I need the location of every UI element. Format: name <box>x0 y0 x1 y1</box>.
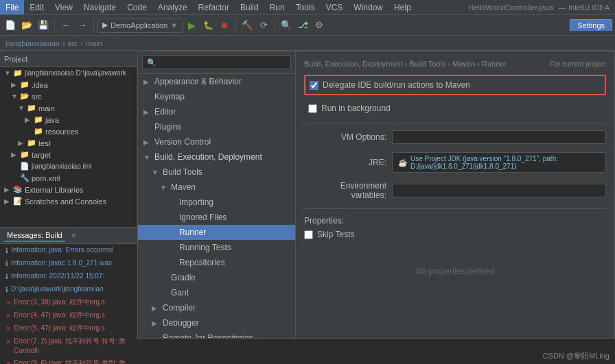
nav-gradle[interactable]: Gradle <box>138 270 295 285</box>
toolbar-git[interactable]: ⎇ <box>295 18 310 33</box>
section-divider-2 <box>304 208 606 209</box>
tree-arrow-test: ▶ <box>18 139 25 147</box>
run-config-selector[interactable]: ▶ DemoApplication ▼ <box>97 18 183 33</box>
nav-gant[interactable]: Gant <box>138 285 295 300</box>
nav-arrow-editor: ▶ <box>143 108 152 116</box>
toolbar-forward[interactable]: → <box>75 18 90 33</box>
log-entry-4: ℹ D:\java\javawork\jiangbianxiao <box>0 283 137 296</box>
env-vars-input[interactable] <box>392 184 606 197</box>
log-icon-2: ℹ <box>5 259 8 269</box>
nav-compiler[interactable]: ▶ Compiler <box>138 300 295 315</box>
tree-idea[interactable]: ▶ 📁 .idea <box>0 79 137 90</box>
tree-scratches[interactable]: ▶ 📝 Scratches and Consoles <box>0 195 137 207</box>
tree-test-label: test <box>38 139 51 147</box>
breadcrumb-src[interactable]: src <box>68 39 78 47</box>
tree-src[interactable]: ▼ 📂 src <box>0 90 137 102</box>
messages-tab[interactable]: Messages: Build <box>4 230 65 242</box>
bottom-panel-header: Messages: Build ✕ <box>0 228 137 244</box>
nav-editor[interactable]: ▶ Editor <box>138 104 295 119</box>
nav-plugins[interactable]: Plugins <box>138 119 295 134</box>
tree-idea-label: .idea <box>32 81 48 89</box>
tree-resources[interactable]: 📁 resources <box>0 125 137 137</box>
menu-navigate[interactable]: Navigate <box>78 0 121 14</box>
toolbar-debug[interactable]: 🐛 <box>200 18 216 33</box>
csdn-watermark: CSDN @黎阳MLing <box>543 351 610 361</box>
nav-maven[interactable]: ▼ Maven <box>138 180 295 195</box>
tree-ext-libs[interactable]: ▶ 📚 External Libraries <box>0 184 137 195</box>
delegate-build-checkbox-row: Delegate IDE build/run actions to Maven <box>304 75 606 95</box>
menu-help[interactable]: Help <box>388 0 417 14</box>
toolbar-settings[interactable]: ⚙ <box>312 18 327 33</box>
tree-main[interactable]: ▼ 📁 main <box>0 102 137 114</box>
toolbar-open[interactable]: 📂 <box>19 18 34 33</box>
nav-running-tests[interactable]: Running Tests <box>138 240 295 255</box>
toolbar-new[interactable]: 📄 <box>3 18 18 33</box>
tree-ext-label: External Libraries <box>25 186 84 194</box>
tree-test[interactable]: ▶ 📁 test <box>0 137 137 149</box>
nav-vcs[interactable]: ▶ Version Control <box>138 134 295 149</box>
nav-debugger[interactable]: ▶ Debugger <box>138 315 295 330</box>
toolbar-reload[interactable]: ⟳ <box>256 18 271 33</box>
log-icon-5: ✕ <box>5 298 11 308</box>
menu-build[interactable]: Build <box>235 0 264 14</box>
run-background-checkbox[interactable] <box>308 104 317 113</box>
nav-maven-label: Maven <box>171 182 196 192</box>
menu-code[interactable]: Code <box>121 0 152 14</box>
tree-ext-icon: 📚 <box>13 185 23 194</box>
toolbar-search[interactable]: 🔍 <box>279 18 294 33</box>
vm-options-input[interactable] <box>392 130 606 144</box>
menu-file[interactable]: File <box>0 0 24 14</box>
breadcrumb-main[interactable]: main <box>86 39 102 47</box>
jre-value[interactable]: ☕ Use Project JDK (java version "1.8.0_2… <box>392 152 606 173</box>
toolbar-sep3 <box>235 19 236 32</box>
tree-target[interactable]: ▶ 📁 target <box>0 149 137 160</box>
menu-window[interactable]: Window <box>348 0 388 14</box>
menu-tools[interactable]: Tools <box>290 0 321 14</box>
toolbar-save[interactable]: 💾 <box>36 18 51 33</box>
menu-refactor[interactable]: Refactor <box>193 0 235 14</box>
tree-iml-label: jiangbianxiaoiao.iml <box>32 162 91 170</box>
nav-repositories[interactable]: Repositories <box>138 255 295 270</box>
close-messages[interactable]: ✕ <box>71 232 76 239</box>
nav-runner[interactable]: Runner <box>138 225 295 240</box>
tree-iml[interactable]: 📄 jiangbianxiaoiao.iml <box>0 160 137 172</box>
log-text-7: Error:(5, 47) java: 程序中org.s <box>14 324 105 333</box>
tree-root-label: jiangbianxiaoiao D:\java\javawork <box>25 69 126 77</box>
nav-build-deploy[interactable]: ▼ Build, Execution, Deployment <box>138 149 295 165</box>
nav-arrow-appearance: ▶ <box>143 78 152 86</box>
tree-root[interactable]: ▼ 📁 jiangbianxiaoiao D:\java\javawork <box>0 67 137 79</box>
menu-run[interactable]: Run <box>264 0 290 14</box>
nav-arrow-build-tools: ▼ <box>152 169 160 176</box>
toolbar-back[interactable]: ← <box>58 18 73 33</box>
env-vars-label: Environment variables: <box>304 181 386 200</box>
nav-editor-label: Editor <box>154 107 176 117</box>
nav-ignored-files[interactable]: Ignored Files <box>138 210 295 225</box>
toolbar-run[interactable]: ▶ <box>184 18 199 33</box>
nav-remote-jar[interactable]: Remote Jar Repositories <box>138 330 295 338</box>
nav-keymap[interactable]: Keymap <box>138 89 295 104</box>
skip-tests-checkbox[interactable] <box>304 230 313 239</box>
tree-arrow-main: ▼ <box>18 104 25 112</box>
settings-search-input[interactable] <box>142 56 291 69</box>
menu-edit[interactable]: Edit <box>24 0 49 14</box>
properties-section: Properties: Skip Tests No properties def… <box>304 216 606 297</box>
settings-content: Build, Execution, Deployment › Build Too… <box>296 51 614 338</box>
breadcrumb-project[interactable]: jiangbianxiaoiao <box>5 39 60 47</box>
delegate-build-checkbox[interactable] <box>310 81 318 90</box>
menu-view[interactable]: View <box>49 0 78 14</box>
nav-importing[interactable]: Importing <box>138 195 295 210</box>
log-icon-3: ℹ <box>5 272 8 282</box>
toolbar-stop[interactable]: ⏹ <box>217 18 232 33</box>
log-entry-6: ✕ Error:(4, 47) java: 程序中org.s <box>0 309 137 322</box>
tree-java[interactable]: ▶ 📁 java <box>0 114 137 125</box>
nav-build-tools[interactable]: ▼ Build Tools <box>138 165 295 180</box>
nav-compiler-label: Compiler <box>163 303 196 313</box>
settings-tab[interactable]: Settings <box>570 19 612 31</box>
nav-appearance[interactable]: ▶ Appearance & Behavior <box>138 74 295 89</box>
jre-value-text: Use Project JDK (java version "1.8.0_271… <box>410 155 600 170</box>
menu-analyze[interactable]: Analyze <box>152 0 193 14</box>
menu-vcs[interactable]: VCS <box>321 0 349 14</box>
app-title-display: — IntelliJ IDEA <box>559 3 615 12</box>
tree-pom[interactable]: 🔧 pom.xml <box>0 172 137 184</box>
toolbar-build[interactable]: 🔨 <box>240 18 255 33</box>
